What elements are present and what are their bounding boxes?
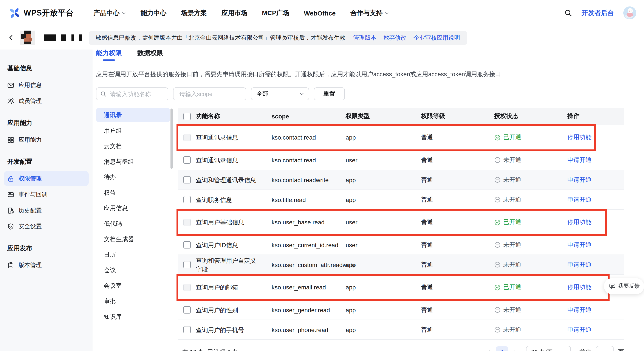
nav-item-cooperation-support[interactable]: 合作与支持 bbox=[350, 9, 389, 17]
feedback-button[interactable]: 我要反馈 bbox=[604, 278, 644, 294]
permission-level: 普通 bbox=[421, 156, 494, 164]
scope-input[interactable] bbox=[179, 90, 241, 98]
row-action-link[interactable]: 申请开通 bbox=[567, 196, 592, 203]
row-action-link[interactable]: 申请开通 bbox=[567, 326, 592, 333]
category-low-code[interactable]: 低代码 bbox=[96, 216, 170, 231]
function-name-input[interactable] bbox=[109, 90, 164, 98]
permission-type: app bbox=[346, 284, 421, 291]
avatar[interactable] bbox=[623, 7, 636, 19]
row-action-link[interactable]: 申请开通 bbox=[567, 306, 592, 313]
permission-type: app bbox=[346, 196, 421, 203]
row-checkbox[interactable] bbox=[183, 196, 190, 203]
permission-level: 普通 bbox=[421, 241, 494, 249]
reset-button[interactable]: 重置 bbox=[314, 87, 345, 100]
col-permission-level: 权限等级 bbox=[421, 112, 494, 120]
row-action-link[interactable]: 停用功能 bbox=[567, 283, 592, 290]
brand-logo[interactable]: WPS开放平台 bbox=[8, 7, 74, 19]
category-approval[interactable]: 审批 bbox=[96, 294, 170, 308]
sidebar-item-app-capability[interactable]: 应用能力 bbox=[4, 132, 89, 147]
sidebar-item-security-settings[interactable]: 安全设置 bbox=[4, 219, 89, 234]
category-scrollbar[interactable] bbox=[170, 109, 172, 169]
category-meeting[interactable]: 会议 bbox=[96, 263, 170, 277]
row-checkbox[interactable] bbox=[183, 241, 190, 248]
nav-item-label: 应用市场 bbox=[222, 9, 247, 17]
scope-value: kso.contact.read bbox=[272, 134, 346, 141]
row-action-link[interactable]: 申请开通 bbox=[567, 176, 592, 183]
nav-item-capability-center[interactable]: 能力中心 bbox=[140, 9, 166, 17]
sidebar-item-member-management[interactable]: 成员管理 bbox=[4, 94, 89, 109]
scope-value: kso.user_current_id.read bbox=[272, 241, 346, 248]
category-knowledge-base[interactable]: 知识库 bbox=[96, 309, 170, 324]
app-bar: 敏感信息已修改，需创建版本并由「北京金山云网络技术有限公司」管理员审核后，才能发… bbox=[0, 26, 644, 50]
prev-page-icon[interactable] bbox=[486, 349, 492, 351]
sidebar-item-permission-management[interactable]: 权限管理 bbox=[4, 171, 89, 186]
status-label: 未开通 bbox=[503, 326, 521, 333]
nav-item-mcp-plaza[interactable]: MCP广场 bbox=[262, 9, 289, 17]
nav-item-label: 场景方案 bbox=[181, 9, 207, 17]
row-checkbox[interactable] bbox=[183, 134, 190, 141]
discard-changes-link[interactable]: 放弃修改 bbox=[383, 34, 406, 42]
row-checkbox[interactable] bbox=[183, 306, 190, 313]
top-navbar: WPS开放平台 产品中心能力中心场景方案应用市场MCP广场WebOffice合作… bbox=[0, 0, 644, 26]
status-badge: 已开通 bbox=[494, 218, 567, 226]
nav-item-product-center[interactable]: 产品中心 bbox=[94, 9, 126, 17]
scope-value: kso.user_gender.read bbox=[272, 306, 346, 313]
sidebar-item-version-management[interactable]: 版本管理 bbox=[4, 257, 89, 273]
tab-data-permissions[interactable]: 数据权限 bbox=[137, 50, 163, 60]
permission-type: app bbox=[346, 261, 421, 268]
row-checkbox[interactable] bbox=[183, 284, 190, 291]
history-icon bbox=[7, 207, 14, 214]
row-checkbox[interactable] bbox=[183, 261, 190, 268]
sidebar-item-history-config[interactable]: 历史配置 bbox=[4, 203, 89, 218]
sidebar-item-app-info[interactable]: 应用信息 bbox=[4, 78, 89, 93]
back-icon[interactable] bbox=[8, 35, 14, 41]
main-content: 能力权限数据权限 应用在调用开放平台提供的服务接口前，需要先申请调用接口所需的权… bbox=[92, 50, 644, 351]
page-size-select[interactable]: 30 条/页 bbox=[526, 346, 571, 351]
row-checkbox[interactable] bbox=[183, 219, 190, 226]
next-page-icon[interactable] bbox=[513, 349, 518, 351]
chevron-down-icon bbox=[299, 91, 304, 97]
category-message-group[interactable]: 消息与群组 bbox=[96, 154, 170, 169]
category-meeting-room[interactable]: 会议室 bbox=[96, 278, 170, 293]
manage-version-link[interactable]: 管理版本 bbox=[353, 34, 376, 42]
enterprise-review-guide-link[interactable]: 企业审核应用说明 bbox=[414, 34, 460, 42]
developer-console-link[interactable]: 开发者后台 bbox=[582, 9, 614, 17]
row-checkbox[interactable] bbox=[183, 176, 190, 183]
category-benefits[interactable]: 权益 bbox=[96, 185, 170, 200]
function-name: 查询职务信息 bbox=[196, 195, 272, 204]
function-name: 查询用户的手机号 bbox=[196, 325, 272, 334]
nav-item-weboffice[interactable]: WebOffice bbox=[304, 9, 336, 17]
scope-value: kso.user_base.read bbox=[272, 219, 346, 226]
nav-item-app-market[interactable]: 应用市场 bbox=[222, 9, 247, 17]
col-permission-type: 权限类型 bbox=[346, 112, 421, 120]
category-contacts[interactable]: 通讯录 bbox=[96, 108, 170, 122]
row-action-link[interactable]: 申请开通 bbox=[567, 156, 592, 163]
col-auth-status: 授权状态 bbox=[494, 112, 567, 120]
active-tab-underline bbox=[103, 60, 115, 61]
goto-page-input[interactable] bbox=[596, 346, 614, 351]
category-todo[interactable]: 待办 bbox=[96, 170, 170, 184]
row-checkbox[interactable] bbox=[183, 156, 190, 164]
brand-title: WPS开放平台 bbox=[24, 8, 74, 18]
page-number-button[interactable]: 1 bbox=[496, 346, 508, 351]
search-icon[interactable] bbox=[564, 9, 572, 17]
tab-capability-permissions[interactable]: 能力权限 bbox=[96, 50, 122, 60]
nav-item-scenario-solutions[interactable]: 场景方案 bbox=[181, 9, 207, 17]
category-user-group[interactable]: 用户组 bbox=[96, 123, 170, 138]
row-action-link[interactable]: 停用功能 bbox=[567, 134, 592, 140]
category-calendar[interactable]: 日历 bbox=[96, 247, 170, 262]
category-cloud-doc[interactable]: 云文档 bbox=[96, 139, 170, 153]
select-all-checkbox[interactable] bbox=[183, 113, 190, 120]
row-action-link[interactable]: 申请开通 bbox=[567, 261, 592, 268]
category-items: 通讯录用户组云文档消息与群组待办权益应用信息低代码文档生成器日历会议会议室审批知… bbox=[96, 108, 170, 324]
table-row: 查询用户的手机号kso.user_phone.readapp普通未开通申请开通 bbox=[178, 320, 624, 340]
type-select[interactable]: 全部 bbox=[251, 87, 309, 100]
sidebar-item-events-callback[interactable]: 事件与回调 bbox=[4, 187, 89, 202]
lock-icon bbox=[7, 175, 14, 182]
category-app-info[interactable]: 应用信息 bbox=[96, 201, 170, 215]
minus-circle-icon bbox=[494, 307, 501, 313]
row-action-link[interactable]: 停用功能 bbox=[567, 218, 592, 225]
row-action-link[interactable]: 申请开通 bbox=[567, 241, 592, 248]
category-doc-generator[interactable]: 文档生成器 bbox=[96, 232, 170, 246]
row-checkbox[interactable] bbox=[183, 326, 190, 333]
